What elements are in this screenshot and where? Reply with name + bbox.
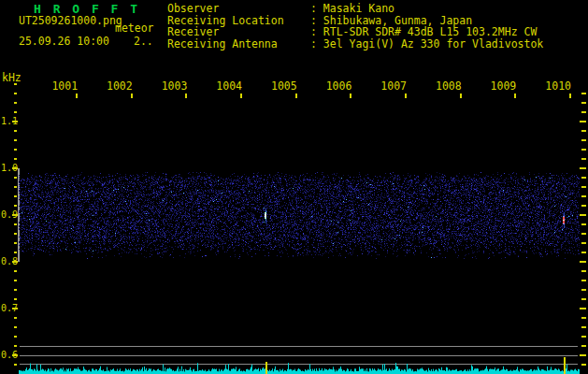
time-tick-label: 1006 [325, 80, 351, 93]
time-axis-tick [514, 94, 516, 98]
right-axis-tick [580, 308, 586, 309]
info-value: : 3el Yagi(V) Az 330 for Vladivostok [310, 37, 543, 50]
right-axis-tick [581, 223, 586, 225]
level-reference-line [20, 346, 578, 347]
freq-axis-tick [14, 149, 17, 151]
freq-axis-tick [14, 345, 17, 347]
status-counter: 2.. [134, 36, 153, 48]
freq-axis-tick [14, 326, 17, 328]
time-axis-tick [350, 94, 351, 98]
right-axis-tick [581, 130, 586, 132]
spectrogram-canvas [19, 168, 580, 262]
freq-axis-unit-label: kHz [2, 72, 22, 84]
station-label: meteor [115, 22, 154, 35]
right-axis-tick [581, 233, 586, 235]
right-axis-tick [581, 289, 586, 291]
freq-axis-tick [14, 252, 17, 253]
time-tick-label: 1005 [271, 80, 297, 93]
right-axis-tick [581, 252, 586, 253]
time-axis-tick [295, 94, 297, 98]
time-axis-tick [76, 94, 78, 98]
right-axis-tick [581, 102, 586, 104]
right-axis-tick [581, 93, 586, 94]
right-axis-tick [581, 364, 586, 366]
freq-axis-tick [14, 177, 17, 179]
right-axis-tick [581, 177, 586, 179]
right-axis-tick [581, 336, 586, 338]
right-axis-tick [581, 139, 586, 141]
freq-axis-tick [12, 121, 18, 122]
freq-axis-tick [14, 186, 17, 188]
right-axis-tick [580, 261, 586, 263]
freq-axis-tick [14, 270, 17, 272]
freq-axis-tick [14, 205, 17, 207]
info-row: Receiving Antenna: 3el Yagi(V) Az 330 fo… [167, 38, 543, 50]
right-axis-tick [580, 214, 586, 216]
time-axis-tick [405, 94, 407, 98]
output-filename: UT2509261000.png [19, 15, 122, 27]
time-tick-label: 1002 [107, 80, 133, 93]
right-axis-tick [581, 242, 586, 244]
freq-axis-tick [14, 336, 17, 338]
time-tick-label: 1009 [490, 80, 516, 93]
freq-axis-tick [14, 289, 17, 291]
freq-axis-tick [14, 242, 17, 244]
hrofft-output-screen: H R O F F T UT2509261000.png meteor 25.0… [0, 0, 588, 374]
right-axis-tick [581, 158, 586, 160]
freq-axis-tick [14, 139, 17, 141]
right-axis-tick [581, 270, 586, 272]
freq-axis-tick [14, 111, 17, 113]
right-axis-tick [581, 345, 586, 347]
time-axis-tick [460, 94, 462, 98]
right-axis-tick [581, 111, 586, 113]
time-tick-label: 1001 [51, 80, 78, 93]
info-label: Observer [167, 3, 310, 15]
receiver-info-block: Observer: Masaki KanoReceiving Location:… [167, 3, 543, 50]
info-label: Receiving Antenna [167, 38, 310, 50]
time-axis-tick [569, 94, 571, 98]
right-axis-tick [581, 149, 586, 151]
right-axis-tick [580, 167, 586, 169]
freq-axis-tick [14, 93, 17, 94]
datetime-label: 25.09.26 10:00 [19, 36, 109, 48]
signal-level-trace-canvas [19, 355, 580, 374]
freq-axis-tick [14, 223, 17, 225]
time-axis-tick [240, 94, 242, 98]
time-axis-tick [131, 94, 133, 98]
time-tick-label: 1008 [436, 80, 462, 93]
freq-axis-tick [14, 83, 17, 85]
right-axis-tick [581, 205, 586, 207]
time-tick-label: 1007 [380, 80, 407, 93]
right-axis-tick [580, 121, 586, 122]
freq-axis-tick [12, 308, 18, 309]
freq-axis-tick [14, 364, 17, 366]
time-tick-label: 1004 [216, 80, 242, 93]
right-axis-tick [581, 280, 586, 281]
freq-axis-tick [14, 280, 17, 281]
freq-axis-tick [14, 195, 17, 197]
time-tick-label: 1003 [161, 80, 187, 93]
right-axis-tick [581, 186, 586, 188]
right-axis-tick [581, 326, 586, 328]
time-axis-tick [185, 94, 187, 98]
freq-axis-tick [14, 102, 17, 104]
freq-axis-tick [14, 233, 17, 235]
freq-axis-tick [14, 130, 17, 132]
right-axis-tick [581, 195, 586, 197]
freq-axis-tick [14, 317, 17, 319]
right-axis-tick [581, 317, 586, 319]
right-axis-tick [580, 354, 586, 356]
right-axis-tick [581, 298, 586, 300]
freq-axis-tick [14, 158, 17, 160]
freq-axis-tick [12, 354, 18, 356]
time-tick-label: 1010 [545, 80, 571, 93]
freq-axis-tick [14, 298, 17, 300]
